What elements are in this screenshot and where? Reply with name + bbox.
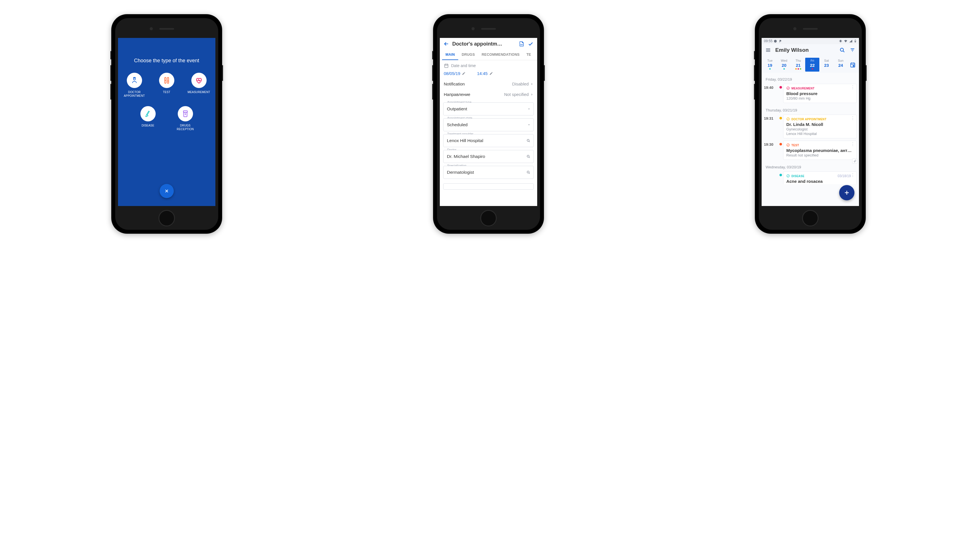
appointment-form-screen: Doctor's appointm… PDF MAINDRUGSRECOMMEN…: [440, 38, 537, 206]
row-bullet: [778, 172, 783, 176]
arrow-left-icon: [443, 41, 449, 47]
card-subtitle: Lenox Hill Hospital: [786, 132, 854, 136]
svg-rect-12: [840, 40, 842, 42]
card-menu-button[interactable]: ⋮: [850, 143, 855, 146]
pencil-icon: [462, 72, 465, 75]
add-event-button[interactable]: [839, 185, 854, 200]
android-p-icon: [778, 39, 782, 43]
form-field-treatment-provider[interactable]: Treatment providerLenox Hill Hospital: [443, 134, 534, 147]
svg-rect-7: [445, 64, 448, 68]
day-24[interactable]: Sun24: [834, 58, 848, 72]
card-type: TEST: [786, 143, 854, 147]
date-value[interactable]: 08/05/19: [444, 71, 465, 76]
day-group-header: Wednesday, 03/20/19: [764, 162, 857, 172]
card-subtitle: 120/80 mm Hg: [786, 96, 854, 100]
filter-button[interactable]: [849, 47, 855, 53]
chevron-down-icon: [527, 123, 531, 127]
confirm-button[interactable]: [528, 41, 534, 47]
svg-rect-18: [853, 65, 854, 66]
calendar-icon: [850, 62, 856, 68]
form-field-appointment-state[interactable]: Appointment stateScheduled: [443, 118, 534, 131]
card-type: MEASUREMENT: [786, 86, 854, 90]
disease-icon: [140, 106, 156, 122]
card-menu-button[interactable]: ⋮: [850, 117, 855, 120]
svg-point-11: [774, 40, 777, 42]
search-icon: [526, 154, 531, 159]
tab-bar: MAINDRUGSRECOMMENDATIONSTE: [440, 50, 537, 60]
close-icon: [164, 188, 169, 193]
direction-row[interactable]: Направление Not specified: [440, 89, 537, 100]
notification-row[interactable]: Notification Disabled: [440, 79, 537, 89]
open-calendar-button[interactable]: [848, 62, 858, 68]
event-type-measurement[interactable]: MEASUREMENT: [185, 73, 213, 98]
phone-frame-3: 09:55 Emily Wilson: [755, 14, 866, 234]
plus-icon: [844, 189, 850, 196]
wifi-icon: [844, 39, 848, 43]
svg-rect-1: [133, 78, 135, 78]
svg-point-22: [787, 175, 790, 177]
day-group-header: Thursday, 03/21/19: [764, 105, 857, 115]
day-22[interactable]: Fri22: [805, 58, 819, 72]
card-subtitle: Gynecologist: [786, 127, 854, 131]
search-icon: [526, 170, 531, 175]
card-menu-button[interactable]: ⋮: [850, 86, 855, 89]
picker-title: Choose the type of the event: [134, 58, 199, 64]
tab-drugs[interactable]: DRUGS: [458, 50, 478, 60]
day-group-header: Friday, 03/22/19: [764, 74, 857, 84]
event-card[interactable]: MEASUREMENT⋮Blood pressure120/80 mm Hg: [783, 84, 857, 103]
event-card[interactable]: TEST⋮Mycoplasma pneumoniae, ант…Result n…: [783, 141, 857, 160]
date-section-label: Date and time: [444, 63, 533, 68]
timeline-row: 19:30TEST⋮Mycoplasma pneumoniae, ант…Res…: [764, 141, 857, 160]
card-title: Mycoplasma pneumoniae, ант…: [786, 148, 854, 153]
search-button[interactable]: [839, 47, 845, 53]
event-type-picker-screen: Choose the type of the event DOCTORAPPOI…: [118, 38, 215, 206]
day-21[interactable]: Thu21: [791, 58, 805, 72]
filter-icon: [849, 47, 855, 53]
back-button[interactable]: [443, 41, 449, 47]
card-subtitle: Result not specified: [786, 153, 854, 157]
menu-button[interactable]: [765, 47, 771, 53]
check-badge-icon: [786, 174, 790, 178]
event-card[interactable]: DOCTOR APPOINTMENT⋮Dr. Linda M. NicollGy…: [783, 115, 857, 138]
svg-point-10: [527, 171, 529, 173]
day-23[interactable]: Sat23: [819, 58, 834, 72]
chevron-right-icon: [530, 93, 533, 97]
tab-recommendations[interactable]: RECOMMENDATIONS: [478, 50, 523, 60]
card-menu-button[interactable]: ⋮: [850, 173, 855, 177]
tab-te[interactable]: TE: [523, 50, 535, 60]
svg-point-21: [787, 144, 790, 147]
settings-small-icon: [774, 39, 777, 43]
search-icon: [839, 47, 845, 53]
time-value[interactable]: 14:45: [477, 71, 493, 76]
form-field-specialization[interactable]: SpecializationDermatologist: [443, 166, 534, 179]
form-field-appointment-type[interactable]: Appointment typeOutpatient: [443, 102, 534, 115]
field-value: Dermatologist: [447, 170, 474, 175]
close-button[interactable]: [160, 184, 174, 198]
event-type-disease[interactable]: DISEASE: [134, 106, 162, 131]
event-type-drugs[interactable]: DRUGSRECEPTION: [171, 106, 200, 131]
form-field-extra[interactable]: [443, 183, 534, 190]
event-type-doctor[interactable]: DOCTORAPPOINTMENT: [120, 73, 148, 98]
tab-main[interactable]: MAIN: [442, 50, 458, 60]
field-value: Outpatient: [447, 107, 467, 112]
pencil-icon: [489, 72, 493, 75]
day-19[interactable]: Tue19: [763, 58, 777, 72]
event-type-label: TEST: [163, 90, 170, 94]
day-20[interactable]: Wed20: [777, 58, 791, 72]
attachment-icon: [852, 158, 857, 163]
chevron-down-icon: [527, 107, 531, 111]
timeline-row: 19:40MEASUREMENT⋮Blood pressure120/80 mm…: [764, 84, 857, 103]
pdf-button[interactable]: PDF: [519, 41, 525, 47]
status-time: 09:55: [764, 39, 772, 43]
event-type-test[interactable]: TEST: [153, 73, 181, 98]
calendar-icon: [444, 63, 449, 68]
appbar-title: Emily Wilson: [775, 47, 835, 53]
event-card[interactable]: DISEASE03/18/19⋮Acne and rosacea: [783, 172, 857, 184]
row-bullet: [778, 84, 783, 88]
card-date: 03/18/19: [838, 174, 851, 178]
svg-point-8: [527, 139, 529, 141]
form-field-doctor[interactable]: DoctorDr. Michael Shapiro: [443, 150, 534, 163]
card-title: Acne and rosacea: [786, 179, 854, 183]
timeline-row: 19:31DOCTOR APPOINTMENT⋮Dr. Linda M. Nic…: [764, 115, 857, 138]
signal-icon: [849, 39, 853, 43]
